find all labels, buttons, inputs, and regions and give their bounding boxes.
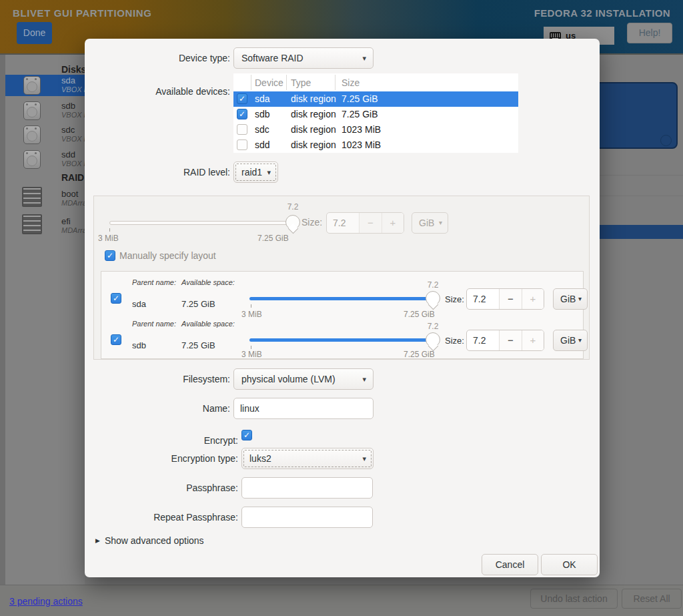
sidebar-gutter bbox=[0, 55, 5, 585]
slider-tick bbox=[251, 304, 251, 308]
cell-device: sdd bbox=[255, 139, 270, 150]
minus-icon[interactable]: − bbox=[499, 330, 521, 350]
column-header-size: Size bbox=[342, 77, 360, 88]
unit-dropdown[interactable]: GiB ▾ bbox=[553, 330, 588, 351]
list-separator bbox=[598, 196, 683, 196]
minus-icon[interactable]: − bbox=[499, 289, 521, 309]
disk-model: VBOX HARDDISK bbox=[61, 160, 85, 168]
repeat-passphrase-input[interactable] bbox=[241, 507, 373, 528]
cell-size: 1023 MiB bbox=[342, 124, 381, 135]
row-checkbox[interactable] bbox=[237, 124, 247, 135]
row-checkbox[interactable]: ✓ bbox=[237, 109, 247, 119]
table-row-sdb[interactable]: ✓ sdb disk region 7.25 GiB bbox=[233, 107, 518, 122]
raid-level-value: raid1 bbox=[241, 167, 262, 178]
parent-checkbox-sda[interactable]: ✓ bbox=[111, 293, 121, 304]
cell-size: 7.25 GiB bbox=[342, 109, 378, 119]
parents-layout-box: Parent name: Available space: ✓ sda 7.25… bbox=[101, 271, 584, 359]
available-space-value: 7.25 GiB bbox=[181, 299, 215, 309]
parent-size-spinbutton: 7.2 − + bbox=[466, 288, 544, 310]
unit-dropdown[interactable]: GiB ▾ bbox=[553, 288, 588, 310]
manual-layout-checkbox[interactable]: ✓ bbox=[105, 250, 115, 261]
parent-name-value: sda bbox=[132, 299, 146, 309]
disk-model: VBOX HARDDISK bbox=[61, 85, 85, 93]
available-space-value: 7.25 GiB bbox=[181, 340, 215, 350]
pending-actions-link[interactable]: 3 pending actions bbox=[9, 596, 83, 607]
unit-value: GiB bbox=[560, 294, 576, 304]
ok-button[interactable]: OK bbox=[541, 554, 598, 575]
parent-checkbox-sdb[interactable]: ✓ bbox=[111, 334, 121, 345]
slider-max-label: 7.25 GiB bbox=[404, 350, 435, 359]
plus-icon: + bbox=[522, 289, 544, 309]
check-icon: ✓ bbox=[107, 251, 113, 260]
table-row-sdc[interactable]: sdc disk region 1023 MiB bbox=[233, 122, 518, 137]
row-checkbox[interactable] bbox=[237, 139, 247, 150]
cell-device: sda bbox=[255, 93, 270, 104]
slider-min-label: 3 MiB bbox=[241, 310, 262, 319]
parent-size-slider-track[interactable] bbox=[249, 338, 438, 342]
cell-type: disk region bbox=[291, 139, 336, 150]
sidebar-item-sdc[interactable]: sdc VBOX HARDDISK bbox=[5, 124, 85, 145]
row-checkbox[interactable]: ✓ bbox=[237, 93, 247, 104]
disk-icon bbox=[23, 101, 41, 120]
plus-icon: + bbox=[382, 213, 404, 233]
passphrase-input[interactable] bbox=[241, 477, 373, 499]
cell-type: disk region bbox=[291, 93, 336, 104]
chevron-down-icon: ▾ bbox=[578, 330, 582, 350]
disk-icon bbox=[23, 150, 41, 169]
cell-type: disk region bbox=[291, 109, 336, 119]
size-value: 7.2 bbox=[467, 330, 499, 350]
chevron-down-icon: ▾ bbox=[267, 162, 271, 182]
slider-value-label: 7.2 bbox=[420, 322, 446, 331]
filesystem-value: physical volume (LVM) bbox=[241, 374, 335, 384]
slider-min-label: 3 MiB bbox=[241, 350, 262, 359]
column-header-type: Type bbox=[291, 77, 311, 88]
raid-level-dropdown[interactable]: raid1 ▾ bbox=[233, 162, 278, 183]
slider-max-label: 7.25 GiB bbox=[257, 234, 289, 243]
slider-handle bbox=[285, 215, 300, 230]
sidebar-item-boot[interactable]: boot MDArray bbox=[5, 185, 85, 210]
encryption-type-dropdown[interactable]: luks2 ▾ bbox=[241, 448, 374, 469]
sidebar-item-sdb[interactable]: sdb VBOX HARDDISK bbox=[5, 100, 85, 121]
check-icon: ✓ bbox=[113, 335, 119, 344]
parent-name-value: sdb bbox=[132, 340, 146, 350]
table-row-sda[interactable]: ✓ sda disk region 7.25 GiB bbox=[233, 91, 518, 107]
disk-name: sdd bbox=[61, 149, 75, 160]
sidebar-item-sdd[interactable]: sdd VBOX HARDDISK bbox=[5, 149, 85, 170]
table-row-sdd[interactable]: sdd disk region 1023 MiB bbox=[233, 137, 518, 153]
device-type-value: Software RAID bbox=[241, 53, 303, 63]
encrypt-checkbox[interactable]: ✓ bbox=[241, 430, 252, 440]
add-device-dialog: Device type: Software RAID ▾ Available d… bbox=[85, 39, 600, 577]
check-icon: ✓ bbox=[239, 94, 245, 103]
show-advanced-options-expander[interactable]: ▶Show advanced options bbox=[95, 535, 204, 546]
raid-model: MDArray bbox=[61, 199, 85, 207]
parent-size-slider-track[interactable] bbox=[249, 297, 438, 300]
undo-last-action-button[interactable]: Undo last action bbox=[530, 589, 618, 609]
slider-handle[interactable] bbox=[426, 332, 440, 347]
cancel-button[interactable]: Cancel bbox=[482, 554, 538, 575]
done-button[interactable]: Done bbox=[17, 22, 52, 44]
reset-all-button[interactable]: Reset All bbox=[622, 589, 682, 609]
available-space-label: Available space: bbox=[181, 320, 235, 328]
column-separator bbox=[251, 75, 251, 90]
product-title: FEDORA 32 INSTALLATION bbox=[534, 7, 670, 19]
raid-model: MDArray bbox=[61, 226, 85, 234]
sidebar-item-sda[interactable]: sda VBOX HARDDISK bbox=[5, 75, 85, 96]
size-value: 7.2 bbox=[467, 289, 499, 309]
filesystem-dropdown[interactable]: physical volume (LVM) ▾ bbox=[233, 368, 374, 390]
slider-handle[interactable] bbox=[426, 291, 440, 306]
size-value: 7.2 bbox=[327, 213, 359, 233]
slider-min-label: 3 MiB bbox=[98, 234, 119, 243]
triangle-right-icon: ▶ bbox=[95, 537, 100, 544]
page-title: BLIVET GUI PARTITIONING bbox=[13, 7, 152, 19]
slider-value-label: 7.2 bbox=[420, 280, 446, 290]
name-input[interactable] bbox=[233, 398, 374, 419]
plus-icon: + bbox=[522, 330, 544, 350]
device-type-dropdown[interactable]: Software RAID ▾ bbox=[233, 47, 374, 69]
column-separator bbox=[286, 75, 287, 90]
help-button[interactable]: Help! bbox=[627, 23, 672, 43]
encrypt-label: Encrypt: bbox=[85, 435, 238, 446]
manual-layout-label: Manually specify layout bbox=[119, 250, 216, 261]
sidebar-item-efi[interactable]: efi MDArray bbox=[5, 212, 85, 238]
disk-name: sdb bbox=[61, 101, 75, 111]
disk-model: VBOX HARDDISK bbox=[61, 111, 85, 119]
